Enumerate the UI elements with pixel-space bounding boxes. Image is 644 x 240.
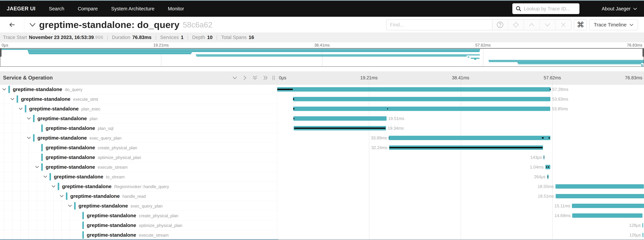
span-name-cell[interactable]: greptime-standaloneexec_query_plan <box>0 133 277 143</box>
tree-depth-guide <box>12 230 12 240</box>
span-duration-bar[interactable] <box>389 136 550 140</box>
nav-link-system-architecture[interactable]: System Architecture <box>111 6 154 11</box>
tree-depth-guide <box>45 191 45 201</box>
find-next-button[interactable] <box>540 19 556 30</box>
trace-id-lookup-input[interactable] <box>524 6 576 11</box>
span-service-name: greptime-standalone <box>87 232 136 238</box>
collapse-one-button[interactable] <box>263 75 268 80</box>
column-resizer-handle[interactable] <box>272 76 275 80</box>
trace-minimap[interactable] <box>0 48 644 67</box>
span-collapse-toggle[interactable] <box>2 88 6 91</box>
span-collapse-toggle[interactable] <box>51 185 56 188</box>
minimap-scrubber-left[interactable] <box>0 49 0 66</box>
span-color-bar <box>16 95 18 103</box>
span-duration-bar[interactable] <box>293 116 386 121</box>
span-name-cell[interactable]: greptime-standaloneexec_query_plan <box>0 201 277 211</box>
span-duration-bar[interactable] <box>293 107 550 111</box>
minimap-span-line <box>642 65 643 66</box>
span-operation-name: handle_read <box>122 194 146 199</box>
span-operation-name: optimize_physical_plan <box>139 223 182 228</box>
span-name-cell[interactable]: greptime-standaloneplan_sql <box>0 123 277 133</box>
tree-depth-guide <box>20 230 21 240</box>
span-labels: greptime-standaloneplan <box>38 116 98 121</box>
span-name-cell[interactable]: greptime-standaloneRegionInvoker::handle… <box>0 182 277 191</box>
span-collapse-toggle[interactable] <box>35 165 39 169</box>
span-collapse-toggle[interactable] <box>60 195 64 198</box>
span-duration-bar[interactable] <box>572 204 644 208</box>
nav-link-monitor[interactable]: Monitor <box>168 6 184 11</box>
find-clear-button[interactable] <box>556 19 571 30</box>
span-service-name: greptime-standalone <box>87 223 136 228</box>
minimap-span-line <box>641 64 643 65</box>
find-input[interactable] <box>390 22 489 28</box>
span-name-cell[interactable]: greptime-standaloneplan <box>0 114 277 123</box>
double-chevron-right-icon <box>263 75 268 80</box>
span-duration-bar[interactable] <box>293 97 550 101</box>
span-operation-name: plan_exec <box>81 107 100 111</box>
tree-depth-guide <box>53 230 54 240</box>
span-labels: greptime-standaloneexecute_stream <box>46 164 128 170</box>
span-name-cell[interactable]: greptime-standalonehandle_read <box>0 191 277 201</box>
critical-path-segment <box>544 157 544 158</box>
find-prev-button[interactable] <box>524 19 540 30</box>
keyboard-shortcuts-button[interactable]: ⌘ <box>574 19 587 30</box>
span-name-cell[interactable]: greptime-standaloneexecute_stmt <box>0 94 277 104</box>
critical-path-segment <box>548 176 548 177</box>
meta-separator: | <box>155 35 156 40</box>
span-row: greptime-standalonecreate_physical_plan3… <box>0 143 644 152</box>
timeline-tick-label: 57.62ms <box>475 43 491 48</box>
scrollbar-thumb[interactable] <box>0 239 278 240</box>
minimap-scrubber-handle[interactable] <box>642 49 644 57</box>
span-duration-bar[interactable] <box>556 194 644 198</box>
timeline-gridline <box>369 71 369 84</box>
nav-link-compare[interactable]: Compare <box>78 6 98 11</box>
span-labels: greptime-standaloneoptimize_physical_pla… <box>46 154 141 160</box>
find-help-button[interactable] <box>492 19 508 30</box>
expand-one-button[interactable] <box>243 75 247 80</box>
span-duration-bar[interactable] <box>642 233 643 237</box>
trace-view-selector[interactable]: Trace Timeline <box>589 19 638 30</box>
trace-header-collapse-toggle[interactable] <box>29 22 36 27</box>
span-collapse-toggle[interactable] <box>10 98 14 101</box>
span-color-bar <box>66 192 68 200</box>
span-name-cell[interactable]: greptime-standaloneexecute_stream <box>0 162 277 172</box>
span-collapse-toggle[interactable] <box>27 117 31 120</box>
span-duration-label: 18.51ms <box>538 194 554 199</box>
minimap-scrubber-handle[interactable] <box>0 49 2 57</box>
tree-depth-guide <box>45 201 45 211</box>
horizontal-scrollbar[interactable] <box>0 239 644 240</box>
span-name-cell[interactable]: greptime-standaloneexecute_stream <box>0 230 277 240</box>
span-name-cell[interactable]: greptime-standaloneoptimize_physical_pla… <box>0 221 277 230</box>
span-service-name: greptime-standalone <box>46 154 95 160</box>
nav-link-search[interactable]: Search <box>49 6 64 11</box>
span-duration-bar[interactable] <box>572 213 642 218</box>
chevron-down-icon <box>68 204 72 207</box>
span-duration-label: 57.28ms <box>552 87 568 92</box>
span-collapse-toggle[interactable] <box>18 107 23 110</box>
span-collapse-toggle[interactable] <box>43 175 48 178</box>
about-jaeger-menu[interactable]: About Jaeger <box>602 6 637 11</box>
span-name-cell[interactable]: greptime-standaloneplan_exec <box>0 104 277 114</box>
span-duration-bar[interactable] <box>556 184 644 189</box>
search-icon <box>516 6 522 11</box>
expand-all-button[interactable] <box>252 75 258 80</box>
meta-value: November 23 2023, 16:53:39 <box>29 35 94 40</box>
span-duration-bar[interactable] <box>277 87 550 92</box>
span-duration-bar[interactable] <box>642 223 643 228</box>
tree-depth-guide <box>62 230 62 240</box>
span-name-cell[interactable]: greptime-standalonedo_query <box>0 85 277 94</box>
back-button[interactable] <box>0 17 24 33</box>
span-name-cell[interactable]: greptime-standalonecreate_physical_plan <box>0 211 277 221</box>
span-name-cell[interactable]: greptime-standaloneoptimize_physical_pla… <box>0 152 277 162</box>
span-collapse-toggle[interactable] <box>68 204 72 207</box>
service-operation-title: Service & Operation <box>3 75 226 81</box>
span-name-cell[interactable]: greptime-standaloneto_stream <box>0 172 277 182</box>
focus-span-button[interactable] <box>508 19 524 30</box>
jaeger-ui-logo[interactable]: JAEGER UI <box>7 6 36 12</box>
span-labels: greptime-standaloneoptimize_physical_pla… <box>87 223 182 228</box>
span-collapse-toggle[interactable] <box>27 136 31 139</box>
span-color-bar <box>41 124 43 132</box>
chevron-down-icon <box>60 195 64 198</box>
collapse-all-button[interactable] <box>232 76 237 80</box>
span-name-cell[interactable]: greptime-standalonecreate_physical_plan <box>0 143 277 152</box>
